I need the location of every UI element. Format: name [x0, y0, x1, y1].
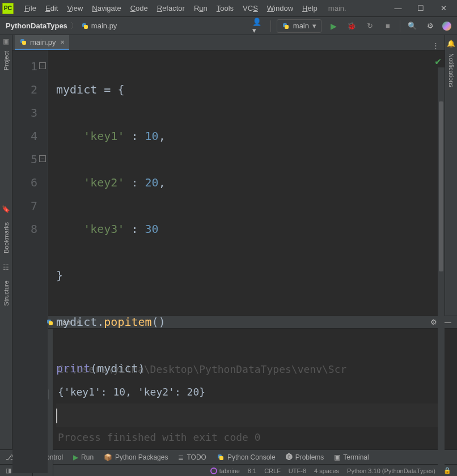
window-minimize[interactable]: — [387, 1, 409, 16]
main-menu: File Edit View Navigate Code Refactor Ru… [20, 2, 321, 15]
menu-window[interactable]: Window [263, 2, 297, 15]
code-text: 'key1' [83, 129, 124, 143]
stop-button[interactable]: ■ [382, 20, 394, 32]
caret [56, 409, 57, 423]
bookmark-icon[interactable]: 🔖 [2, 205, 10, 213]
code-text [56, 222, 83, 236]
code-text: ) [138, 362, 145, 375]
line-number: 2 [12, 78, 37, 101]
code-text: ( [90, 362, 97, 375]
code-text: = { [104, 83, 124, 96]
line-number: 8 [12, 218, 37, 241]
fold-marker-open[interactable]: − [39, 62, 46, 69]
menu-help[interactable]: Help [298, 2, 321, 15]
menu-view[interactable]: View [63, 2, 87, 15]
scrollbar-thumb[interactable] [439, 101, 443, 271]
window-maximize[interactable]: ☐ [409, 1, 432, 16]
code-text: : [124, 129, 145, 143]
code-text: 'key2' [83, 176, 124, 189]
python-icon [217, 453, 225, 461]
run-button[interactable]: ▶ [327, 20, 340, 32]
lock-icon[interactable]: 🔒 [443, 467, 451, 474]
menu-refactor[interactable]: Refactor [153, 2, 189, 15]
python-icon [282, 22, 290, 30]
editor-tab-main[interactable]: main.py ✕ [15, 35, 69, 50]
code-text: 'key3' [83, 222, 124, 236]
editor: main.py ✕ ⋮ 1 2 3 4 5 6 7 8 − − mydict =… [12, 35, 445, 316]
line-number: 3 [12, 101, 37, 125]
search-icon[interactable]: 🔍 [406, 20, 418, 32]
run-coverage-button[interactable]: ↻ [363, 20, 376, 32]
line-number: 7 [12, 194, 37, 218]
title-current-file: main. [328, 4, 346, 12]
editor-tab-label: main.py [30, 38, 56, 46]
code-text: 10 [145, 129, 159, 143]
hide-panel-icon[interactable]: — [444, 318, 451, 326]
menu-vcs[interactable]: VCS [239, 2, 262, 15]
main-area: ▣ Project main.py ✕ ⋮ 1 2 3 4 5 6 7 8 − [0, 35, 457, 316]
editor-tab-more-icon[interactable]: ⋮ [432, 41, 440, 50]
python-file-icon [19, 38, 27, 46]
code-text [56, 129, 83, 143]
code-text: , [159, 129, 166, 143]
navbar: PythonDataTypes 〉 main.py 👤▾ main ▾ ▶ 🐞 … [0, 17, 457, 35]
code-text: , [159, 176, 166, 189]
code-text: () [152, 315, 166, 329]
project-rail-icon[interactable]: ▣ [3, 37, 9, 45]
line-number: 4 [12, 125, 37, 148]
python-file-icon [81, 22, 89, 30]
code-text: : [124, 176, 145, 189]
plugin-badge-icon[interactable] [442, 22, 451, 31]
editor-scrollbar[interactable] [438, 67, 445, 473]
code-text: } [56, 269, 63, 282]
structure-rail-label[interactable]: Structure [2, 277, 11, 309]
line-number: 5 [12, 148, 37, 171]
pycharm-app-icon: PC [2, 3, 14, 14]
editor-tabs: main.py ✕ ⋮ [12, 35, 445, 50]
user-with-icon[interactable]: 👤▾ [252, 20, 265, 32]
menu-navigate[interactable]: Navigate [88, 2, 125, 15]
python-icon [46, 318, 54, 326]
breadcrumb-file[interactable]: main.py [81, 22, 117, 30]
code-text: mydict [97, 362, 138, 375]
code-text: 30 [145, 222, 159, 236]
chevron-down-icon: ▾ [312, 22, 316, 30]
tool-windows-icon[interactable]: ◨ [6, 467, 11, 474]
left-secondary-rail: 🔖 Bookmarks ☷ Structure [0, 205, 12, 437]
right-tool-rail: 🔔 Notifications [445, 35, 457, 316]
code-text: popitem [104, 315, 151, 329]
code-text: : [124, 222, 145, 236]
titlebar: PC File Edit View Navigate Code Refactor… [0, 0, 457, 17]
separator [400, 20, 400, 32]
bell-icon[interactable]: 🔔 [447, 40, 455, 48]
breadcrumb-file-label: main.py [91, 22, 117, 30]
code-area[interactable]: mydict = { 'key1' : 10, 'key2' : 20, 'ke… [48, 50, 445, 473]
breadcrumb-project[interactable]: PythonDataTypes [6, 22, 67, 30]
project-rail-label[interactable]: Project [2, 48, 11, 74]
bookmarks-rail-label[interactable]: Bookmarks [2, 219, 11, 257]
code-text: mydict [56, 83, 104, 96]
line-number: 6 [12, 171, 37, 194]
notifications-rail-label[interactable]: Notifications [447, 50, 456, 91]
menu-code[interactable]: Code [126, 2, 152, 15]
code-text: 20 [145, 176, 159, 189]
menu-run[interactable]: Run [190, 2, 211, 15]
close-tab-icon[interactable]: ✕ [60, 39, 65, 45]
editor-body[interactable]: 1 2 3 4 5 6 7 8 − − mydict = { 'key1' : … [12, 50, 445, 473]
menu-edit[interactable]: Edit [41, 2, 62, 15]
inspection-ok-icon[interactable]: ✔ [435, 55, 441, 67]
window-close[interactable]: ✕ [432, 1, 455, 16]
code-text: mydict. [56, 315, 104, 329]
separator [270, 20, 271, 32]
debug-button[interactable]: 🐞 [345, 20, 358, 32]
menu-file[interactable]: File [20, 2, 40, 15]
line-number: 1 [12, 55, 37, 78]
gutter: 1 2 3 4 5 6 7 8 [12, 50, 48, 473]
settings-icon[interactable]: ⚙ [424, 20, 437, 32]
fold-marker-close[interactable]: − [39, 155, 46, 162]
structure-icon[interactable]: ☷ [3, 264, 9, 271]
run-configuration-selector[interactable]: main ▾ [277, 19, 321, 33]
menu-tools[interactable]: Tools [213, 2, 238, 15]
code-text [56, 176, 83, 189]
breadcrumb-separator: 〉 [70, 21, 78, 31]
